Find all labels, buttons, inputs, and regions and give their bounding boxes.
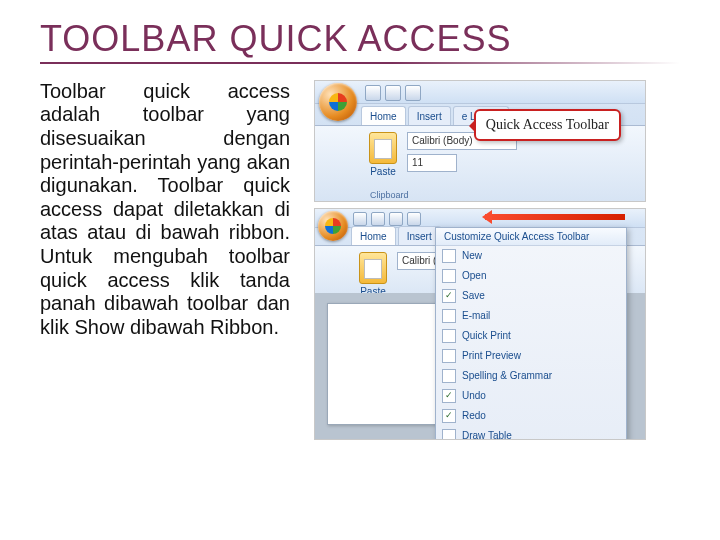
dd-item-undo[interactable]: ✓Undo <box>436 386 626 406</box>
dd-item-save[interactable]: ✓Save <box>436 286 626 306</box>
dd-item-open[interactable]: Open <box>436 266 626 286</box>
slide-title: TOOLBAR QUICK ACCESS <box>40 20 680 58</box>
title-underline <box>40 62 680 64</box>
dd-item-printpreview[interactable]: Print Preview <box>436 346 626 366</box>
office-button[interactable] <box>319 83 357 121</box>
screenshot-qat-dropdown: Home Insert Paste Calibri (B Customize Q… <box>314 208 646 440</box>
body-paragraph: Toolbar quick access adalah toolbar yang… <box>40 80 290 340</box>
paste-button[interactable]: Paste <box>365 132 401 199</box>
dropdown-title: Customize Quick Access Toolbar <box>436 228 626 246</box>
tab-home[interactable]: Home <box>361 106 406 125</box>
font-size-selector[interactable]: 11 <box>407 154 457 172</box>
qat-dropdown-arrow[interactable] <box>407 212 421 226</box>
callout-qat: Quick Access Toolbar <box>474 109 621 141</box>
dd-item-redo[interactable]: ✓Redo <box>436 406 626 426</box>
clipboard-icon <box>369 132 397 164</box>
screenshot-ribbon-callout: Home Insert e Layout Paste Calibri (Body… <box>314 80 646 202</box>
undo-icon[interactable] <box>385 85 401 101</box>
tab-home-2[interactable]: Home <box>351 226 396 245</box>
redo-icon[interactable] <box>405 85 421 101</box>
dd-item-spelling[interactable]: Spelling & Grammar <box>436 366 626 386</box>
redo-icon[interactable] <box>389 212 403 226</box>
paste-label: Paste <box>365 166 401 177</box>
office-button-2[interactable] <box>318 211 348 241</box>
arrow-annotation <box>485 214 625 220</box>
dd-item-quickprint[interactable]: Quick Print <box>436 326 626 346</box>
clipboard-group-label: Clipboard <box>370 190 409 200</box>
save-icon[interactable] <box>365 85 381 101</box>
undo-icon[interactable] <box>371 212 385 226</box>
qat-icons <box>365 85 421 101</box>
tab-insert[interactable]: Insert <box>408 106 451 125</box>
clipboard-icon <box>359 252 387 284</box>
customize-qat-dropdown: Customize Quick Access Toolbar New Open … <box>435 227 627 440</box>
dd-item-email[interactable]: E-mail <box>436 306 626 326</box>
dd-item-new[interactable]: New <box>436 246 626 266</box>
save-icon[interactable] <box>353 212 367 226</box>
qat-icons-2 <box>353 212 421 226</box>
dd-item-drawtable[interactable]: Draw Table <box>436 426 626 440</box>
